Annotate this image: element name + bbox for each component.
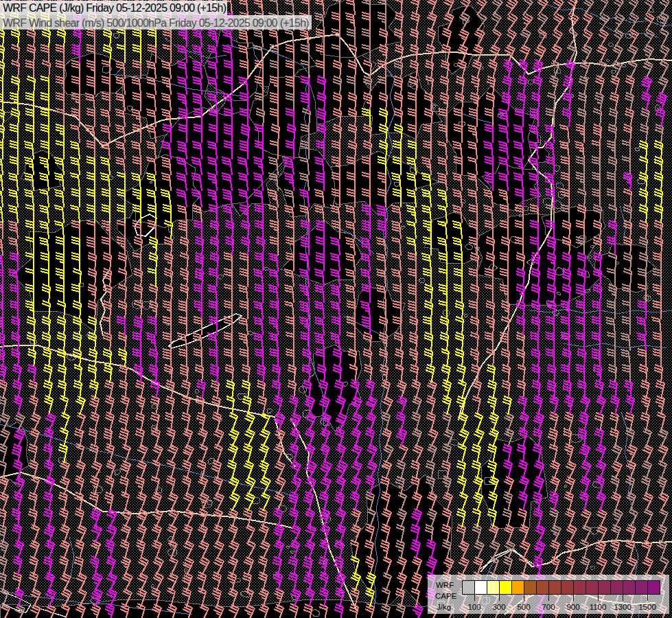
svg-text:1500: 1500 — [638, 603, 656, 611]
svg-text:WRF CAPE (J/kg) Friday 05-12-2: WRF CAPE (J/kg) Friday 05-12-2025 09:00 … — [3, 2, 227, 14]
svg-text:CAPE: CAPE — [435, 592, 457, 600]
svg-text:100: 100 — [467, 603, 480, 611]
svg-text:300: 300 — [492, 603, 505, 611]
svg-text:700: 700 — [542, 603, 555, 611]
svg-text:1300: 1300 — [614, 603, 632, 611]
svg-text:WRF Wind shear (m/s) 500/1000h: WRF Wind shear (m/s) 500/1000hPa Friday … — [3, 17, 309, 29]
svg-text:1100: 1100 — [590, 603, 607, 611]
svg-text:WRF: WRF — [436, 581, 454, 589]
svg-text:900: 900 — [566, 603, 579, 611]
svg-text:J/kg: J/kg — [437, 603, 451, 611]
svg-text:500: 500 — [517, 603, 530, 611]
